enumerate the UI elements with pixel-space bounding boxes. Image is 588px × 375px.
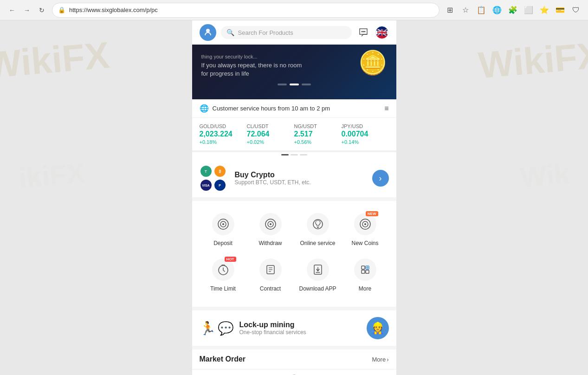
time-limit-icon bbox=[212, 259, 234, 281]
favorites-icon[interactable]: ⭐ bbox=[538, 4, 551, 17]
time-limit-icon-wrap: HOT bbox=[211, 258, 235, 282]
price-change-jpy: +0.14% bbox=[342, 139, 389, 145]
svg-point-1 bbox=[361, 31, 362, 32]
contract-icon-wrap bbox=[258, 258, 283, 282]
withdraw-icon bbox=[259, 213, 282, 235]
search-icon: 🔍 bbox=[226, 29, 234, 36]
bottom-nav: Home Market bbox=[192, 369, 396, 375]
buy-crypto-arrow[interactable]: › bbox=[372, 170, 389, 187]
refresh-button[interactable]: ↻ bbox=[35, 4, 48, 17]
content-area: WikiFX WikiFX ikiFX Wik 🔍 Search For Pro… bbox=[0, 20, 588, 375]
action-online-service[interactable]: Online service bbox=[294, 208, 342, 250]
profile-icon[interactable]: 🌐 bbox=[491, 4, 504, 17]
price-item-cl[interactable]: CL/USDT 72.064 +0.02% bbox=[247, 123, 294, 145]
more-label: More bbox=[359, 285, 371, 292]
service-hours-text: Customer service hours from 10 am to 2 p… bbox=[213, 105, 330, 112]
svg-rect-26 bbox=[366, 270, 369, 273]
price-value-jpy: 0.00704 bbox=[342, 130, 389, 138]
svg-rect-25 bbox=[362, 270, 365, 273]
price-item-jpy[interactable]: JPY/USD 0.00704 +0.14% bbox=[342, 123, 389, 145]
action-contract[interactable]: Contract bbox=[247, 254, 294, 296]
online-service-label: Online service bbox=[300, 240, 335, 246]
nav-order[interactable]: Order bbox=[315, 372, 355, 375]
download-app-icon bbox=[307, 259, 329, 281]
app-container: 🔍 Search For Products bbox=[192, 20, 396, 375]
buy-crypto-section: T ₿ VISA P Buy Crypto Support BTC, USDT,… bbox=[192, 159, 396, 197]
search-bar[interactable]: 🔍 Search For Products bbox=[221, 26, 352, 39]
star-icon[interactable]: ☆ bbox=[459, 4, 472, 17]
split-view-icon[interactable]: ⬜ bbox=[522, 4, 535, 17]
banner-pagination bbox=[201, 84, 387, 85]
banner-text-line2: for progress in life bbox=[201, 70, 304, 78]
extensions-icon[interactable]: 🧩 bbox=[506, 4, 519, 17]
online-service-icon-wrap bbox=[306, 212, 330, 236]
ticker-indicator bbox=[192, 152, 396, 159]
price-value-cl: 72.064 bbox=[247, 130, 294, 138]
price-change-ng: +0.56% bbox=[294, 139, 342, 145]
banner-dot-2[interactable] bbox=[290, 84, 299, 85]
price-item-gold[interactable]: GOLD/USD 2,023.224 +0.18% bbox=[200, 123, 247, 145]
lockup-info: Lock-up mining One-stop financial servic… bbox=[239, 321, 361, 336]
visa-logo: VISA bbox=[200, 179, 213, 192]
buy-crypto-subtitle: Support BTC, USDT, ETH, etc. bbox=[235, 179, 367, 186]
service-info: 🌐 Customer service hours from 10 am to 2… bbox=[200, 104, 330, 113]
tick-dot-2[interactable] bbox=[291, 154, 298, 155]
nav-balances[interactable]: Balances bbox=[355, 372, 396, 375]
svg-rect-23 bbox=[362, 266, 365, 269]
nav-home[interactable]: Home bbox=[192, 372, 233, 375]
action-deposit[interactable]: Deposit bbox=[200, 208, 247, 250]
price-item-ng[interactable]: NG/USDT 2.517 +0.56% bbox=[294, 123, 342, 145]
address-bar[interactable]: 🔒 https://www.sixglobalex.com/p/pc bbox=[52, 3, 439, 18]
app-logo[interactable] bbox=[200, 24, 216, 41]
market-more-link[interactable]: More › bbox=[372, 356, 389, 363]
browser-icons: ⊞ ☆ 📋 🌐 🧩 ⬜ ⭐ 💳 🛡 bbox=[443, 4, 582, 17]
collections-icon[interactable]: 📋 bbox=[475, 4, 488, 17]
price-pair-ng: NG/USDT bbox=[294, 123, 342, 129]
tether-logo: T bbox=[200, 165, 213, 178]
menu-icon[interactable]: ≡ bbox=[384, 104, 388, 113]
watermark-mid-left: ikiFX bbox=[17, 157, 86, 194]
url-text: https://www.sixglobalex.com/p/pc bbox=[69, 6, 158, 13]
banner-dot-1[interactable] bbox=[278, 84, 287, 85]
svg-point-9 bbox=[270, 223, 271, 225]
action-download-app[interactable]: Download APP bbox=[294, 254, 342, 296]
withdraw-label: Withdraw bbox=[258, 240, 282, 246]
nav-trade[interactable]: Trade bbox=[274, 372, 315, 375]
time-limit-label: Time Limit bbox=[210, 285, 236, 292]
svg-point-0 bbox=[206, 29, 210, 32]
action-withdraw[interactable]: Withdraw bbox=[247, 208, 294, 250]
paypal-logo: P bbox=[213, 179, 226, 192]
action-new-coins[interactable]: NEW New Coins bbox=[342, 208, 389, 250]
tick-dot-3[interactable] bbox=[300, 154, 307, 155]
deposit-icon-wrap bbox=[211, 212, 235, 236]
nav-buttons: ← → ↻ bbox=[6, 4, 48, 17]
hot-badge: HOT bbox=[225, 257, 236, 262]
lockup-avatar: 👷 bbox=[367, 317, 389, 339]
svg-point-6 bbox=[222, 223, 224, 225]
contract-icon bbox=[259, 259, 282, 281]
price-change-cl: +0.02% bbox=[247, 139, 294, 145]
language-flag[interactable]: 🇬🇧 bbox=[375, 26, 389, 39]
nav-market[interactable]: Market bbox=[233, 372, 274, 375]
action-time-limit[interactable]: HOT Time Limit bbox=[200, 254, 247, 296]
action-more[interactable]: More bbox=[342, 254, 389, 296]
forward-button[interactable]: → bbox=[20, 4, 33, 17]
market-order-title: Market Order bbox=[200, 355, 246, 363]
watermark-right: WikiFX bbox=[477, 34, 588, 87]
wallet-icon[interactable]: 💳 bbox=[554, 4, 567, 17]
browser-toolbar: ← → ↻ 🔒 https://www.sixglobalex.com/p/pc… bbox=[0, 0, 588, 20]
shield-icon[interactable]: 🛡 bbox=[569, 4, 582, 17]
price-ticker: GOLD/USD 2,023.224 +0.18% CL/USDT 72.064… bbox=[192, 118, 396, 152]
withdraw-icon-wrap bbox=[258, 212, 283, 236]
reader-icon[interactable]: ⊞ bbox=[443, 4, 456, 17]
tick-dot-1[interactable] bbox=[281, 154, 289, 155]
price-value-ng: 2.517 bbox=[294, 130, 342, 138]
new-coins-label: New Coins bbox=[351, 240, 378, 246]
download-app-label: Download APP bbox=[299, 285, 336, 292]
header-right: 🇬🇧 bbox=[356, 26, 389, 39]
action-grid: Deposit Withdraw bbox=[192, 201, 396, 307]
lockup-section[interactable]: 🏃 💬 Lock-up mining One-stop financial se… bbox=[192, 310, 396, 346]
back-button[interactable]: ← bbox=[6, 4, 19, 17]
banner-dot-3[interactable] bbox=[302, 84, 311, 85]
chat-icon[interactable] bbox=[356, 26, 370, 39]
